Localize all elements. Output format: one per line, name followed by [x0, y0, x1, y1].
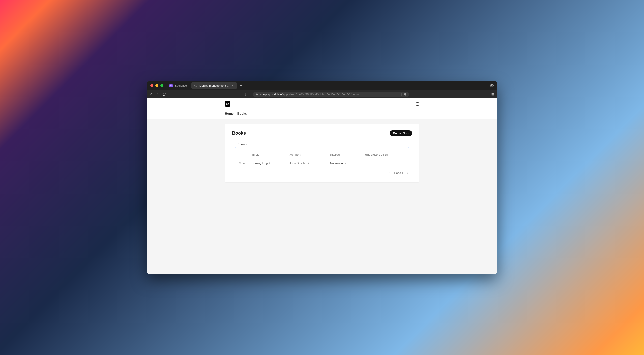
col-view [235, 152, 250, 158]
create-new-button[interactable]: Create New [390, 130, 412, 136]
app-viewport: bb Home Books Books Create New [147, 98, 497, 274]
tab-budibase[interactable]: b Budibase [166, 82, 190, 89]
tab-title: Library management app [199, 84, 230, 87]
browser-window: b Budibase Library management app × + [147, 81, 497, 274]
forward-button[interactable] [156, 93, 159, 96]
books-card: Books Create New TITLE AUTHOR STATUS CHE… [225, 124, 419, 182]
app-nav: Home Books [225, 109, 419, 119]
nav-home[interactable]: Home [225, 112, 234, 115]
table-row: View Burning Bright John Steinbeck Not a… [235, 158, 409, 168]
tab-title: Budibase [175, 84, 187, 87]
lock-icon [255, 93, 258, 96]
col-author: AUTHOR [287, 152, 328, 158]
cell-status: Not available [328, 158, 363, 168]
budibase-favicon-icon: b [169, 84, 173, 87]
maximize-window-button[interactable] [160, 84, 163, 87]
new-tab-button[interactable]: + [238, 83, 244, 88]
col-checked-out-by: CHECKED OUT BY [363, 152, 409, 158]
url-input[interactable]: staging.budi.live/app_dev_1fa65096b85045… [253, 92, 409, 97]
close-tab-icon[interactable]: × [232, 84, 234, 87]
cell-author: John Steinbeck [287, 158, 328, 168]
address-bar: staging.budi.live/app_dev_1fa65096b85045… [147, 90, 497, 98]
app-header: bb Home Books [147, 98, 497, 119]
page-title: Books [232, 131, 246, 136]
shield-icon[interactable] [401, 93, 407, 96]
reload-button[interactable] [162, 93, 166, 96]
prev-page-icon[interactable] [388, 171, 391, 174]
cell-checked-out-by [363, 158, 409, 168]
bookmark-icon[interactable] [245, 93, 248, 96]
svg-point-0 [491, 85, 492, 86]
view-link[interactable]: View [239, 162, 245, 165]
back-button[interactable] [149, 93, 153, 96]
minimize-window-button[interactable] [155, 84, 158, 87]
apps-grid-icon[interactable] [416, 102, 419, 106]
col-title: TITLE [250, 152, 287, 158]
cell-title: Burning Bright [250, 158, 287, 168]
close-window-button[interactable] [150, 84, 153, 87]
app-logo[interactable]: bb [225, 101, 230, 107]
window-controls [149, 84, 165, 87]
table-header-row: TITLE AUTHOR STATUS CHECKED OUT BY [235, 152, 409, 158]
books-table: TITLE AUTHOR STATUS CHECKED OUT BY View … [235, 152, 409, 168]
browser-settings-icon[interactable] [490, 84, 494, 87]
url-text: staging.budi.live/app_dev_1fa65096b85045… [260, 93, 360, 96]
tab-bar: b Budibase Library management app × + [147, 81, 497, 90]
search-input[interactable] [235, 141, 409, 148]
nav-books[interactable]: Books [237, 112, 247, 115]
hamburger-menu-icon[interactable] [491, 93, 495, 96]
tab-library-app[interactable]: Library management app × [191, 82, 237, 89]
pagination: Page 1 [232, 168, 412, 174]
page-indicator: Page 1 [394, 171, 403, 174]
col-status: STATUS [328, 152, 363, 158]
loading-spinner-icon [194, 84, 197, 87]
next-page-icon[interactable] [406, 171, 409, 174]
